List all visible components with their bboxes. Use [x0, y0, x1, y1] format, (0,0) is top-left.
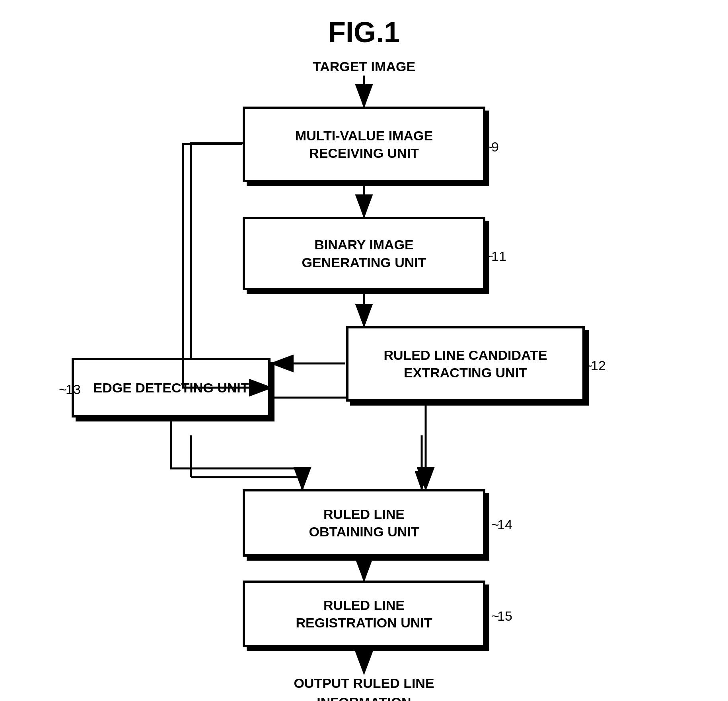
output-label: OUTPUT RULED LINEINFORMATION: [243, 674, 485, 701]
diagram: FIG.1 TARGET IMAGE: [0, 0, 728, 701]
binary-image-number: 11: [491, 249, 506, 264]
ruled-line-candidate-label: RULED LINE CANDIDATEEXTRACTING UNIT: [383, 346, 547, 381]
figure-title: FIG.1: [328, 16, 400, 49]
multi-value-tilde: ~: [485, 139, 493, 155]
ruled-line-registration-number: 15: [497, 608, 512, 624]
edge-detecting-box: EDGE DETECTING UNIT: [72, 358, 271, 417]
target-image-label: TARGET IMAGE: [290, 59, 438, 74]
ruled-line-obtaining-number: 14: [497, 517, 512, 532]
multi-value-box: MULTI-VALUE IMAGERECEIVING UNIT: [243, 107, 485, 182]
ruled-line-registration-box: RULED LINEREGISTRATION UNIT: [243, 581, 485, 647]
binary-image-label: BINARY IMAGEGENERATING UNIT: [302, 236, 426, 271]
ruled-line-registration-label: RULED LINEREGISTRATION UNIT: [296, 596, 432, 631]
ruled-line-candidate-tilde: ~: [585, 358, 593, 373]
multi-value-label: MULTI-VALUE IMAGERECEIVING UNIT: [295, 127, 433, 162]
ruled-line-obtaining-box: RULED LINEOBTAINING UNIT: [243, 489, 485, 557]
binary-image-box: BINARY IMAGEGENERATING UNIT: [243, 217, 485, 290]
ruled-line-candidate-number: 12: [591, 358, 606, 373]
ruled-line-candidate-box: RULED LINE CANDIDATEEXTRACTING UNIT: [346, 326, 585, 402]
ruled-line-obtaining-label: RULED LINEOBTAINING UNIT: [309, 505, 419, 540]
edge-detecting-label: EDGE DETECTING UNIT: [93, 379, 249, 396]
edge-detecting-number: 13: [66, 382, 81, 397]
binary-image-tilde: ~: [485, 249, 493, 264]
